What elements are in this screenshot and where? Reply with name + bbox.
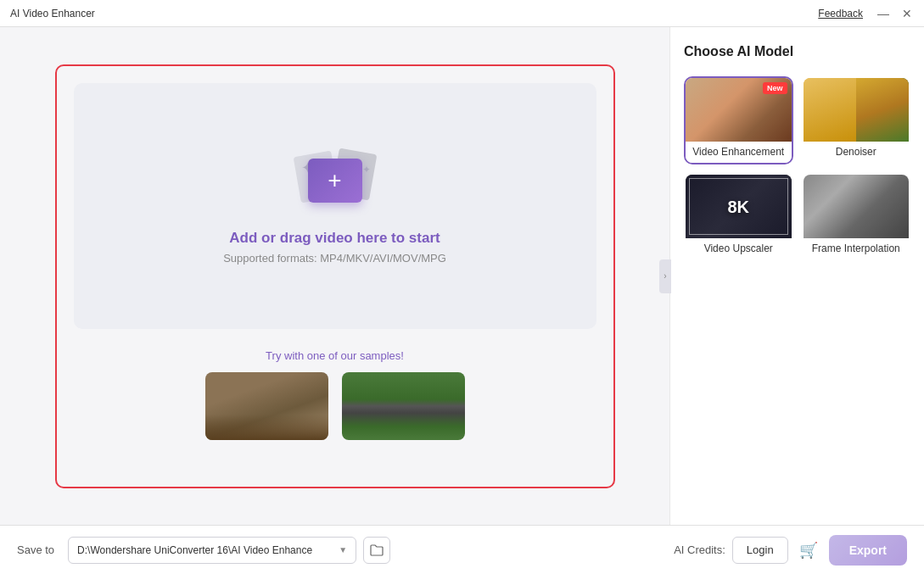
window-controls: — ✕: [876, 7, 914, 20]
model-image-video-upscaler: 8K: [686, 175, 792, 238]
drop-zone-inner[interactable]: + ✦ ✦ Add or drag video here to start Su…: [74, 83, 596, 329]
drop-primary-text: Add or drag video here to start: [229, 230, 440, 247]
right-panel: Choose AI Model New Video Enhancement De…: [669, 27, 924, 525]
model-image-denoiser: [804, 78, 910, 142]
left-panel: + ✦ ✦ Add or drag video here to start Su…: [0, 27, 669, 525]
export-button[interactable]: Export: [829, 535, 907, 566]
model-label-denoiser: Denoiser: [804, 142, 910, 163]
sparkle-icon-2: ✦: [362, 164, 371, 176]
main-area: + ✦ ✦ Add or drag video here to start Su…: [0, 27, 924, 525]
drop-zone-outer: + ✦ ✦ Add or drag video here to start Su…: [55, 64, 615, 488]
model-card-denoiser[interactable]: Denoiser: [802, 76, 911, 164]
upscaler-8k-label: 8K: [727, 197, 749, 216]
model-image-video-enhancement: New: [686, 78, 792, 142]
folder-browse-icon: [370, 544, 384, 556]
save-path-selector[interactable]: D:\Wondershare UniConverter 16\AI Video …: [68, 537, 356, 564]
cart-icon[interactable]: 🛒: [795, 537, 822, 564]
new-badge: New: [763, 82, 787, 94]
close-button[interactable]: ✕: [900, 7, 914, 20]
sample-road-thumb[interactable]: [342, 372, 465, 440]
samples-row: [205, 372, 465, 440]
model-card-frame-interpolation[interactable]: Frame Interpolation: [802, 173, 911, 261]
samples-section: Try with one of our samples!: [74, 349, 596, 440]
model-card-video-upscaler[interactable]: 8K Video Upscaler: [684, 173, 793, 261]
save-to-label: Save to: [17, 543, 54, 556]
model-label-video-enhancement: Video Enhancement: [686, 142, 792, 163]
titlebar: AI Video Enhancer Feedback — ✕: [0, 0, 924, 27]
model-grid: New Video Enhancement Denoiser 8K Video …: [684, 76, 910, 261]
credits-label: AI Credits:: [674, 543, 725, 556]
feedback-link[interactable]: Feedback: [818, 8, 863, 20]
dropdown-arrow-icon: ▼: [339, 545, 347, 554]
model-label-video-upscaler: Video Upscaler: [686, 238, 792, 259]
upload-icon-wrap: + ✦ ✦: [293, 147, 378, 215]
save-to-input-wrap: D:\Wondershare UniConverter 16\AI Video …: [68, 537, 660, 564]
sidebar-collapse-handle[interactable]: ›: [659, 259, 671, 293]
folder-plus-icon: +: [328, 169, 341, 192]
drop-secondary-text: Supported formats: MP4/MKV/AVI/MOV/MPG: [223, 252, 446, 265]
save-path-text: D:\Wondershare UniConverter 16\AI Video …: [77, 544, 333, 556]
samples-label: Try with one of our samples!: [266, 349, 404, 362]
sample-squirrel-thumb[interactable]: [205, 372, 328, 440]
model-card-video-enhancement[interactable]: New Video Enhancement: [684, 76, 793, 164]
folder-icon: +: [308, 159, 362, 203]
login-button[interactable]: Login: [732, 537, 788, 564]
app-title: AI Video Enhancer: [10, 8, 95, 20]
minimize-button[interactable]: —: [876, 7, 890, 20]
titlebar-right: Feedback — ✕: [818, 7, 914, 20]
bottom-bar: Save to D:\Wondershare UniConverter 16\A…: [0, 525, 924, 574]
ai-model-title: Choose AI Model: [684, 44, 910, 59]
browse-folder-button[interactable]: [363, 537, 390, 564]
model-label-frame-interpolation: Frame Interpolation: [804, 238, 910, 259]
credits-section: AI Credits: Login 🛒 Export: [674, 535, 907, 566]
model-image-frame-interpolation: [804, 175, 910, 238]
